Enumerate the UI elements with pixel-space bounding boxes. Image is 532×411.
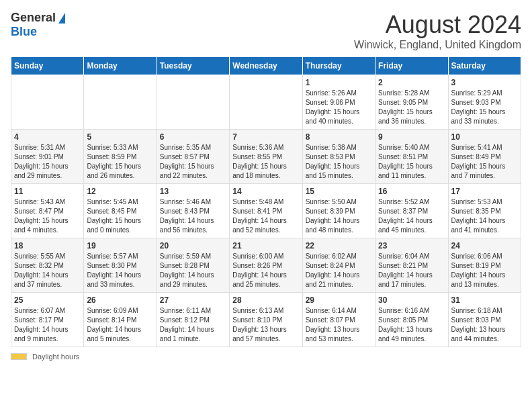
day-number: 17: [451, 187, 518, 196]
day-number: 6: [160, 132, 226, 142]
day-number: 29: [306, 295, 372, 305]
calendar-cell: 1Sunrise: 5:26 AM Sunset: 9:06 PM Daylig…: [302, 75, 375, 130]
calendar-day-header: Sunday: [11, 57, 84, 75]
subtitle: Winwick, England, United Kingdom: [354, 39, 521, 51]
calendar-cell: 18Sunrise: 5:55 AM Sunset: 8:32 PM Dayli…: [11, 238, 84, 293]
day-number: 11: [14, 187, 81, 196]
calendar-cell: 23Sunrise: 6:04 AM Sunset: 8:21 PM Dayli…: [375, 238, 448, 293]
main-title: August 2024: [354, 11, 521, 39]
day-number: 12: [87, 187, 153, 196]
day-info: Sunrise: 6:11 AM Sunset: 8:12 PM Dayligh…: [160, 306, 226, 344]
calendar-cell: 29Sunrise: 6:14 AM Sunset: 8:07 PM Dayli…: [302, 293, 375, 347]
day-info: Sunrise: 5:55 AM Sunset: 8:32 PM Dayligh…: [14, 252, 81, 289]
calendar-week-row: 18Sunrise: 5:55 AM Sunset: 8:32 PM Dayli…: [11, 238, 521, 293]
day-number: 25: [14, 295, 81, 305]
calendar-cell: [84, 75, 157, 130]
day-number: 20: [160, 241, 226, 250]
calendar-day-header: Monday: [84, 57, 157, 75]
day-info: Sunrise: 6:02 AM Sunset: 8:24 PM Dayligh…: [306, 252, 372, 289]
daylight-bar-icon: [11, 353, 27, 360]
day-number: 9: [378, 132, 445, 142]
day-number: 10: [451, 132, 518, 142]
calendar-header-row: SundayMondayTuesdayWednesdayThursdayFrid…: [11, 57, 521, 75]
day-info: Sunrise: 5:38 AM Sunset: 8:53 PM Dayligh…: [306, 143, 372, 181]
title-area: August 2024 Winwick, England, United Kin…: [354, 11, 521, 51]
calendar-cell: 13Sunrise: 5:46 AM Sunset: 8:43 PM Dayli…: [157, 184, 229, 238]
calendar-cell: 25Sunrise: 6:07 AM Sunset: 8:17 PM Dayli…: [11, 293, 84, 347]
day-number: 8: [306, 132, 372, 142]
day-number: 23: [378, 241, 445, 250]
day-info: Sunrise: 5:45 AM Sunset: 8:45 PM Dayligh…: [87, 197, 153, 235]
calendar-cell: 11Sunrise: 5:43 AM Sunset: 8:47 PM Dayli…: [11, 184, 84, 238]
calendar-cell: 7Sunrise: 5:36 AM Sunset: 8:55 PM Daylig…: [230, 130, 302, 184]
day-info: Sunrise: 5:28 AM Sunset: 9:05 PM Dayligh…: [378, 89, 445, 126]
day-info: Sunrise: 5:46 AM Sunset: 8:43 PM Dayligh…: [160, 197, 226, 235]
day-info: Sunrise: 5:31 AM Sunset: 9:01 PM Dayligh…: [14, 143, 81, 181]
day-info: Sunrise: 5:36 AM Sunset: 8:55 PM Dayligh…: [232, 143, 299, 181]
calendar-cell: 26Sunrise: 6:09 AM Sunset: 8:14 PM Dayli…: [84, 293, 157, 347]
calendar-cell: 30Sunrise: 6:16 AM Sunset: 8:05 PM Dayli…: [375, 293, 448, 347]
calendar-cell: [157, 75, 229, 130]
day-info: Sunrise: 6:06 AM Sunset: 8:19 PM Dayligh…: [451, 252, 518, 289]
day-info: Sunrise: 6:18 AM Sunset: 8:03 PM Dayligh…: [451, 306, 518, 344]
day-info: Sunrise: 5:52 AM Sunset: 8:37 PM Dayligh…: [378, 197, 445, 235]
day-number: 5: [87, 132, 153, 142]
calendar-cell: 4Sunrise: 5:31 AM Sunset: 9:01 PM Daylig…: [11, 130, 84, 184]
calendar-day-header: Saturday: [448, 57, 521, 75]
day-number: 24: [451, 241, 518, 250]
day-info: Sunrise: 5:29 AM Sunset: 9:03 PM Dayligh…: [451, 89, 518, 126]
calendar-cell: 12Sunrise: 5:45 AM Sunset: 8:45 PM Dayli…: [84, 184, 157, 238]
calendar-cell: 27Sunrise: 6:11 AM Sunset: 8:12 PM Dayli…: [157, 293, 229, 347]
day-info: Sunrise: 6:00 AM Sunset: 8:26 PM Dayligh…: [232, 252, 299, 289]
day-info: Sunrise: 6:16 AM Sunset: 8:05 PM Dayligh…: [378, 306, 445, 344]
calendar-cell: 21Sunrise: 6:00 AM Sunset: 8:26 PM Dayli…: [230, 238, 302, 293]
calendar-cell: 10Sunrise: 5:41 AM Sunset: 8:49 PM Dayli…: [448, 130, 521, 184]
calendar-cell: 9Sunrise: 5:40 AM Sunset: 8:51 PM Daylig…: [375, 130, 448, 184]
calendar-cell: 14Sunrise: 5:48 AM Sunset: 8:41 PM Dayli…: [230, 184, 302, 238]
calendar-cell: 28Sunrise: 6:13 AM Sunset: 8:10 PM Dayli…: [230, 293, 302, 347]
day-number: 30: [378, 295, 445, 305]
logo-general-text: General: [11, 11, 56, 25]
day-info: Sunrise: 6:13 AM Sunset: 8:10 PM Dayligh…: [232, 306, 299, 344]
calendar-week-row: 4Sunrise: 5:31 AM Sunset: 9:01 PM Daylig…: [11, 130, 521, 184]
day-info: Sunrise: 6:14 AM Sunset: 8:07 PM Dayligh…: [306, 306, 372, 344]
day-number: 27: [160, 295, 226, 305]
day-info: Sunrise: 6:04 AM Sunset: 8:21 PM Dayligh…: [378, 252, 445, 289]
calendar-week-row: 25Sunrise: 6:07 AM Sunset: 8:17 PM Dayli…: [11, 293, 521, 347]
day-info: Sunrise: 6:07 AM Sunset: 8:17 PM Dayligh…: [14, 306, 81, 344]
day-info: Sunrise: 5:35 AM Sunset: 8:57 PM Dayligh…: [160, 143, 226, 181]
day-info: Sunrise: 5:57 AM Sunset: 8:30 PM Dayligh…: [87, 252, 153, 289]
calendar-cell: 3Sunrise: 5:29 AM Sunset: 9:03 PM Daylig…: [448, 75, 521, 130]
day-info: Sunrise: 5:48 AM Sunset: 8:41 PM Dayligh…: [232, 197, 299, 235]
calendar-week-row: 1Sunrise: 5:26 AM Sunset: 9:06 PM Daylig…: [11, 75, 521, 130]
calendar-cell: 17Sunrise: 5:53 AM Sunset: 8:35 PM Dayli…: [448, 184, 521, 238]
footer: Daylight hours: [11, 353, 521, 361]
day-number: 7: [232, 132, 299, 142]
calendar-day-header: Friday: [375, 57, 448, 75]
logo-triangle-icon: [58, 13, 65, 24]
calendar-cell: 22Sunrise: 6:02 AM Sunset: 8:24 PM Dayli…: [302, 238, 375, 293]
day-number: 18: [14, 241, 81, 250]
day-info: Sunrise: 6:09 AM Sunset: 8:14 PM Dayligh…: [87, 306, 153, 344]
calendar-cell: 2Sunrise: 5:28 AM Sunset: 9:05 PM Daylig…: [375, 75, 448, 130]
calendar-cell: 6Sunrise: 5:35 AM Sunset: 8:57 PM Daylig…: [157, 130, 229, 184]
day-info: Sunrise: 5:59 AM Sunset: 8:28 PM Dayligh…: [160, 252, 226, 289]
day-number: 16: [378, 187, 445, 196]
day-number: 4: [14, 132, 81, 142]
day-info: Sunrise: 5:41 AM Sunset: 8:49 PM Dayligh…: [451, 143, 518, 181]
calendar-cell: 15Sunrise: 5:50 AM Sunset: 8:39 PM Dayli…: [302, 184, 375, 238]
calendar-table: SundayMondayTuesdayWednesdayThursdayFrid…: [11, 56, 521, 347]
logo-blue-text: Blue: [11, 25, 37, 39]
calendar-cell: 20Sunrise: 5:59 AM Sunset: 8:28 PM Dayli…: [157, 238, 229, 293]
day-number: 26: [87, 295, 153, 305]
day-number: 13: [160, 187, 226, 196]
calendar-cell: 16Sunrise: 5:52 AM Sunset: 8:37 PM Dayli…: [375, 184, 448, 238]
day-number: 31: [451, 295, 518, 305]
day-info: Sunrise: 5:40 AM Sunset: 8:51 PM Dayligh…: [378, 143, 445, 181]
calendar-cell: [11, 75, 84, 130]
day-number: 2: [378, 78, 445, 87]
header: General Blue August 2024 Winwick, Englan…: [11, 11, 521, 51]
calendar-cell: 8Sunrise: 5:38 AM Sunset: 8:53 PM Daylig…: [302, 130, 375, 184]
day-number: 22: [306, 241, 372, 250]
calendar-week-row: 11Sunrise: 5:43 AM Sunset: 8:47 PM Dayli…: [11, 184, 521, 238]
